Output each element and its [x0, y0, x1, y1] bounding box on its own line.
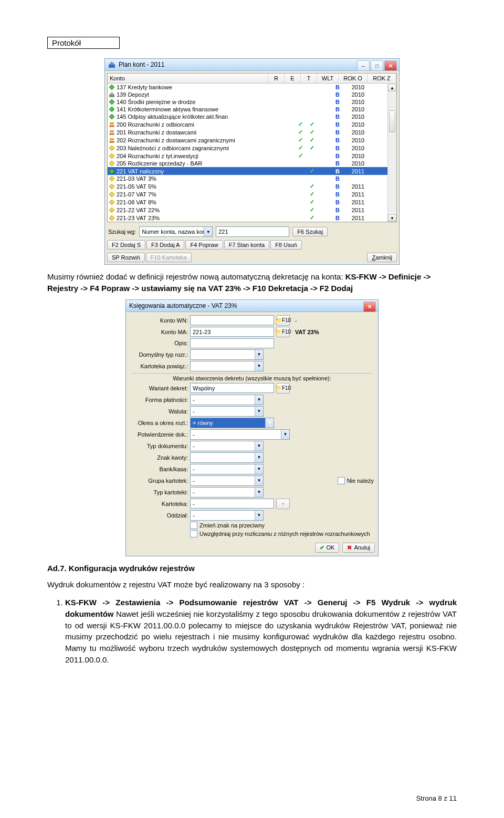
domrozr-combo[interactable]: ▼ [190, 349, 264, 360]
col-r[interactable]: R [268, 74, 285, 83]
svg-marker-2 [109, 85, 114, 90]
svg-marker-7 [109, 114, 114, 119]
close-button-2[interactable]: ✕ [363, 302, 376, 312]
uwzgledniaj-checkbox[interactable]: Uwzględniaj przy rozliczaniu z różnych r… [190, 530, 370, 537]
toolbar: F2 Dodaj S F3 Dodaj A F4 Popraw F7 Stan … [105, 239, 399, 252]
table-row[interactable]: 203 Należności z odbiorcami zagranicznym… [108, 144, 396, 152]
titlebar[interactable]: Plan kont - 2011 – □ ✕ [105, 59, 399, 71]
col-wlt[interactable]: WLT [317, 74, 339, 83]
f7-button[interactable]: F7 Stan konta [224, 240, 270, 250]
table-row[interactable]: 221-03 VAT 3%B [108, 175, 396, 182]
konto-ma-browse-button[interactable]: 📁F10 [276, 327, 290, 337]
typkar-combo[interactable]: -▼ [190, 487, 264, 498]
scroll-down-button[interactable]: ▼ [388, 214, 396, 222]
table-row[interactable]: 204 Rozrachunki z tyt.inwestycji✓B2010 [108, 152, 396, 160]
anuluj-button[interactable]: ✖Anuluj [342, 543, 375, 553]
table-row[interactable]: 221 VAT naliczony✓B2011 [108, 167, 396, 175]
chevron-down-icon[interactable]: ▼ [204, 227, 212, 236]
chevron-down-icon[interactable]: ▼ [255, 350, 263, 359]
ok-button[interactable]: ✔OK [315, 543, 340, 553]
table-row[interactable]: 221-05 VAT 5%✓B2011 [108, 182, 396, 190]
f4-button[interactable]: F4 Popraw [185, 240, 223, 250]
table-row[interactable]: 145 Odpisy aktualizujące krótkoter.akt.f… [108, 113, 396, 120]
kart-input[interactable]: - [190, 499, 274, 509]
chevron-down-icon[interactable]: ▼ [255, 395, 263, 405]
col-roko[interactable]: ROK O [339, 74, 368, 83]
chevron-down-icon[interactable]: ▼ [255, 476, 263, 485]
chevron-down-icon[interactable]: ▼ [255, 464, 263, 474]
table-row[interactable]: 221-07 VAT 7%✓B2011 [108, 190, 396, 198]
grupa-combo[interactable]: -▼ [190, 475, 264, 486]
chevron-down-icon[interactable]: ▼ [281, 430, 289, 439]
oddzial-combo[interactable]: -▼ [190, 510, 264, 521]
znak-combo[interactable]: ▼ [190, 452, 264, 463]
table-row[interactable]: 202 Rozrachunki z dostawcami zagraniczny… [108, 136, 396, 144]
chevron-down-icon[interactable]: ▼ [265, 418, 274, 428]
list-header: Konto R E T WLT ROK O ROK Z [108, 74, 396, 84]
chevron-down-icon[interactable]: ▼ [255, 488, 263, 497]
search-button[interactable]: F6 Szukaj [292, 227, 328, 236]
svg-rect-13 [109, 133, 114, 135]
svg-rect-3 [109, 95, 114, 97]
table-row[interactable]: 200 Rozrachunki z odbiorcami✓✓B2010 [108, 120, 396, 128]
table-row[interactable]: 221-08 VAT 8%✓B2011 [108, 198, 396, 206]
bank-combo[interactable]: -▼ [190, 464, 264, 474]
svg-rect-16 [109, 141, 114, 143]
zmien-znak-checkbox[interactable]: Zmień znak na przeciwny [190, 522, 265, 529]
opis-input[interactable] [190, 338, 274, 348]
zamknij-button[interactable]: Zamknij [367, 253, 397, 262]
typdok-combo[interactable]: -▼ [190, 441, 264, 451]
karpow-combo[interactable]: ▼ [190, 361, 264, 371]
sp-button[interactable]: SP Rozwiń [107, 253, 145, 262]
kart-browse-button[interactable]: ▫ [276, 499, 290, 509]
chevron-down-icon[interactable]: ▼ [255, 441, 263, 451]
table-row[interactable]: 140 Środki pieniężne w drodzeB2010 [108, 98, 396, 106]
window-title-2: Księgowania automatyczne - VAT 23% [129, 302, 237, 309]
waluta-combo[interactable]: -▼ [190, 406, 264, 417]
table-row[interactable]: 205 Rozliczenie sprzedaży - BARB2010 [108, 160, 396, 167]
maximize-button[interactable]: □ [371, 60, 383, 71]
wariant-browse-button[interactable]: 📁F10 [276, 383, 290, 394]
okres-combo[interactable]: = równy▼ [190, 418, 274, 428]
col-t[interactable]: T [301, 74, 317, 83]
col-konto[interactable]: Konto [108, 74, 268, 83]
col-e[interactable]: E [285, 74, 301, 83]
konto-ma-input[interactable]: 221-23 [190, 327, 274, 337]
forma-combo[interactable]: -▼ [190, 395, 264, 405]
paragraph-1: Musimy również dodać w definicji rejestr… [47, 271, 457, 294]
chevron-down-icon[interactable]: ▼ [255, 361, 263, 371]
scroll-thumb[interactable] [389, 110, 395, 132]
svg-marker-23 [109, 192, 114, 197]
chevron-down-icon[interactable]: ▼ [255, 453, 263, 462]
konto-wn-input[interactable] [190, 315, 274, 325]
search-bar: Szukaj wg: Numer konta, nazwa kor▼ 221 F… [105, 224, 399, 239]
window-ksiegowania: Księgowania automatyczne - VAT 23% ✕ Kon… [125, 299, 379, 556]
f8-button[interactable]: F8 Usuń [270, 240, 302, 250]
svg-marker-17 [109, 146, 114, 151]
search-combo[interactable]: Numer konta, nazwa kor▼ [139, 226, 213, 237]
potw-combo[interactable]: -▼ [190, 429, 290, 440]
svg-marker-21 [109, 176, 114, 181]
chevron-down-icon[interactable]: ▼ [255, 511, 263, 520]
f3-button[interactable]: F3 Dodaj A [146, 240, 184, 250]
scrollbar[interactable]: ▲ ▼ [387, 84, 396, 222]
nienależy-checkbox[interactable]: Nie należy [338, 477, 374, 484]
minimize-button[interactable]: – [357, 60, 370, 71]
f2-button[interactable]: F2 Dodaj S [107, 240, 145, 250]
table-row[interactable]: 221-22 VAT 22%✓B2011 [108, 206, 396, 214]
col-rokz[interactable]: ROK Z [368, 74, 396, 83]
table-row[interactable]: 139 DepozytB2010 [108, 91, 396, 98]
accounts-list[interactable]: Konto R E T WLT ROK O ROK Z 137 Kredyty … [107, 73, 397, 222]
konto-wn-browse-button[interactable]: 📁F10 [276, 315, 290, 326]
table-row[interactable]: 137 Kredyty bankoweB2010 [108, 84, 396, 91]
chevron-down-icon[interactable]: ▼ [255, 407, 263, 416]
wariant-input[interactable]: Wspólny [190, 383, 274, 393]
table-row[interactable]: 141 Krótkoterminowe aktywa finansoweB201… [108, 106, 396, 113]
titlebar-2[interactable]: Księgowania automatyczne - VAT 23% ✕ [126, 300, 378, 312]
close-button[interactable]: ✕ [384, 60, 397, 71]
scroll-up-button[interactable]: ▲ [388, 84, 396, 91]
table-row[interactable]: 221-23 VAT 23%✓B2011 [108, 214, 396, 222]
table-row[interactable]: 201 Rozrachunki z dostawcami✓✓B2010 [108, 128, 396, 136]
svg-marker-20 [109, 169, 114, 174]
search-input[interactable]: 221 [216, 226, 289, 237]
